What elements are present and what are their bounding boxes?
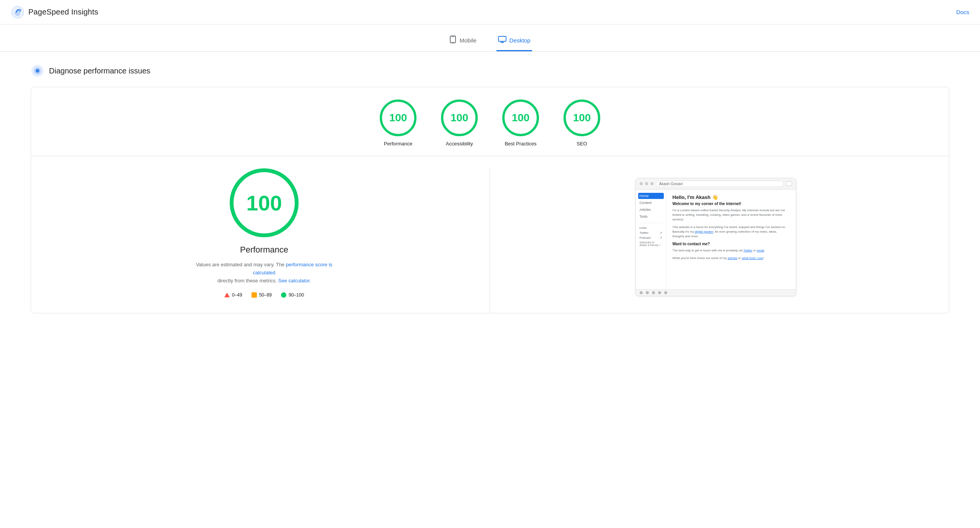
browser-dot-3 bbox=[650, 182, 653, 185]
bottom-icon-4 bbox=[658, 291, 661, 294]
sidebar-nav-articles: Articles bbox=[638, 207, 664, 213]
svg-point-11 bbox=[36, 69, 39, 73]
calculator-link[interactable]: See calculator. bbox=[278, 278, 311, 284]
screenshot-bottom-bar bbox=[636, 289, 796, 296]
tab-desktop-label: Desktop bbox=[510, 37, 531, 44]
fail-range: 0–49 bbox=[232, 292, 242, 298]
legend-item-fail: 0–49 bbox=[224, 292, 242, 298]
fail-icon bbox=[224, 293, 230, 297]
screenshot-main: Hello, I'm Akash 👋 Welcome to my corner … bbox=[666, 190, 796, 289]
sidebar-nav-tools: Tools bbox=[638, 213, 664, 220]
seo-circle: 100 bbox=[564, 99, 600, 136]
legend-item-pass: 90–100 bbox=[281, 292, 304, 298]
description-middle: directly from these metrics. bbox=[217, 278, 278, 284]
mobile-icon bbox=[449, 36, 456, 45]
digital-garden-link[interactable]: digital garden bbox=[695, 230, 713, 233]
bottom-icon-5 bbox=[664, 291, 667, 294]
browser-bar: Akash Gosavi bbox=[636, 178, 796, 190]
performance-score: 100 bbox=[389, 112, 407, 124]
legend: 0–49 50–89 90–100 bbox=[224, 292, 304, 298]
sc-main-heading: Hello, I'm Akash 👋 bbox=[673, 194, 790, 200]
accessibility-circle: 100 bbox=[441, 99, 478, 136]
svg-point-4 bbox=[452, 42, 453, 42]
performance-section: 100 Performance Values are estimated and… bbox=[39, 156, 941, 313]
sc-subheading: Welcome to my corner of the internet! bbox=[673, 202, 790, 206]
average-range: 50–89 bbox=[259, 292, 272, 298]
pass-range: 90–100 bbox=[289, 292, 304, 298]
tab-mobile[interactable]: Mobile bbox=[448, 31, 478, 52]
sidebar-nav-content: Content bbox=[638, 200, 664, 206]
average-icon bbox=[252, 292, 257, 298]
score-item-best-practices: 100 Best Practices bbox=[502, 99, 539, 147]
sc-contact-body1: The best way to get in touch with me is … bbox=[673, 248, 790, 253]
browser-expand-icon bbox=[786, 181, 792, 186]
score-item-accessibility: 100 Accessibility bbox=[441, 99, 478, 147]
sidebar-nav-home: Home bbox=[638, 193, 664, 199]
tab-mobile-label: Mobile bbox=[459, 37, 476, 44]
scores-row: 100 Performance 100 Accessibility 100 Be… bbox=[39, 99, 941, 156]
best-practices-score: 100 bbox=[512, 112, 530, 124]
docs-link[interactable]: Docs bbox=[956, 9, 969, 15]
accessibility-score: 100 bbox=[451, 112, 469, 124]
performance-description: Values are estimated and may vary. The p… bbox=[195, 261, 333, 285]
large-score-circle: 100 bbox=[230, 168, 299, 237]
sidebar-subscribe: Subscribe to Akash & Money ✓ bbox=[638, 240, 664, 248]
section-header: Diagnose performance issues bbox=[31, 64, 949, 78]
sidebar-link-links: Links bbox=[638, 225, 664, 230]
performance-right: Akash Gosavi Home Content Articles Tools bbox=[490, 168, 941, 313]
best-practices-circle: 100 bbox=[502, 99, 539, 136]
sc-contact-body2: While you're here check out some of my a… bbox=[673, 256, 790, 261]
bottom-icon-2 bbox=[646, 291, 649, 294]
bottom-icon-3 bbox=[652, 291, 655, 294]
tools-link[interactable]: what tools I use bbox=[742, 256, 763, 260]
score-item-seo: 100 SEO bbox=[564, 99, 600, 147]
sc-contact-heading: Want to contact me? bbox=[673, 242, 790, 246]
browser-dot-2 bbox=[645, 182, 648, 185]
section-title: Diagnose performance issues bbox=[49, 67, 150, 75]
score-item-performance: 100 Performance bbox=[380, 99, 416, 147]
pagespeed-logo-icon bbox=[11, 5, 24, 19]
tabs-nav: Mobile Desktop bbox=[0, 24, 980, 52]
sidebar-links: Links Twitter↗ Podcast↗ Subscribe to Aka… bbox=[638, 223, 664, 248]
email-link[interactable]: email bbox=[757, 249, 764, 252]
seo-label: SEO bbox=[577, 141, 587, 147]
diagnose-icon bbox=[31, 64, 44, 78]
browser-dot-1 bbox=[640, 182, 643, 185]
desktop-icon bbox=[498, 36, 506, 45]
performance-title: Performance bbox=[240, 245, 288, 255]
svg-point-2 bbox=[20, 10, 21, 11]
sidebar-link-twitter: Twitter↗ bbox=[638, 230, 664, 235]
bottom-icon-1 bbox=[640, 291, 643, 294]
articles-link[interactable]: articles bbox=[728, 256, 737, 260]
performance-circle: 100 bbox=[380, 99, 416, 136]
scores-card: 100 Performance 100 Accessibility 100 Be… bbox=[31, 87, 949, 313]
tab-desktop[interactable]: Desktop bbox=[497, 31, 532, 51]
large-score-number: 100 bbox=[246, 191, 282, 215]
sc-body2: This website is a home for everything I'… bbox=[673, 225, 790, 239]
sidebar-link-podcast: Podcast↗ bbox=[638, 235, 664, 240]
pass-icon bbox=[281, 292, 286, 298]
logo-container: PageSpeed Insights bbox=[11, 5, 98, 19]
twitter-link[interactable]: Twitter bbox=[743, 249, 753, 252]
main-content: Diagnose performance issues 100 Performa… bbox=[0, 52, 980, 338]
screenshot-preview: Akash Gosavi Home Content Articles Tools bbox=[635, 178, 796, 296]
header: PageSpeed Insights Docs bbox=[0, 0, 980, 24]
seo-score: 100 bbox=[573, 112, 591, 124]
legend-item-average: 50–89 bbox=[252, 292, 272, 298]
description-prefix: Values are estimated and may vary. The bbox=[196, 262, 286, 267]
browser-url: Akash Gosavi bbox=[656, 181, 784, 187]
performance-left: 100 Performance Values are estimated and… bbox=[39, 168, 490, 313]
app-title: PageSpeed Insights bbox=[28, 8, 98, 16]
screenshot-content: Home Content Articles Tools Links Twitte… bbox=[636, 190, 796, 289]
accessibility-label: Accessibility bbox=[446, 141, 473, 147]
sc-body1: I'm a London-based coffee-fueled Securit… bbox=[673, 208, 790, 222]
svg-rect-6 bbox=[498, 36, 506, 41]
best-practices-label: Best Practices bbox=[505, 141, 536, 147]
performance-label: Performance bbox=[384, 141, 412, 147]
screenshot-sidebar: Home Content Articles Tools Links Twitte… bbox=[636, 190, 666, 289]
